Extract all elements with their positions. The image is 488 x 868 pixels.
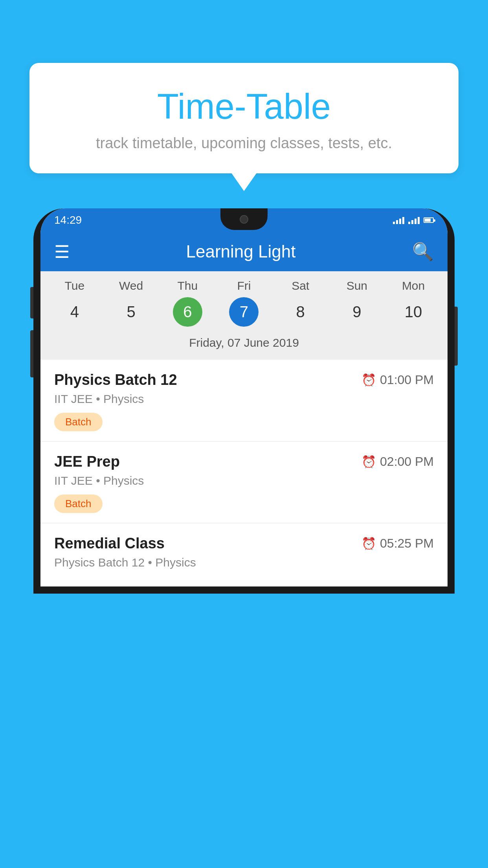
schedule-item-2-time: ⏰ 02:00 PM — [361, 454, 434, 469]
app-subtitle: track timetable, upcoming classes, tests… — [49, 135, 439, 152]
batch-badge-2: Batch — [54, 495, 103, 513]
day-num-mon: 10 — [399, 297, 428, 327]
schedule-item-3[interactable]: Remedial Class ⏰ 05:25 PM Physics Batch … — [40, 523, 448, 587]
status-icons — [393, 216, 434, 224]
day-thu[interactable]: Thu 6 — [162, 279, 213, 327]
day-mon[interactable]: Mon 10 — [388, 279, 439, 327]
schedule-item-2-subtitle: IIT JEE • Physics — [54, 474, 434, 487]
phone-mockup: 14:29 — [33, 208, 455, 868]
status-bar: 14:29 — [40, 208, 448, 232]
day-num-wed: 5 — [116, 297, 146, 327]
schedule-item-3-title: Remedial Class — [54, 535, 165, 552]
day-name-fri: Fri — [237, 279, 251, 292]
schedule-item-2[interactable]: JEE Prep ⏰ 02:00 PM IIT JEE • Physics Ba… — [40, 441, 448, 523]
day-wed[interactable]: Wed 5 — [106, 279, 157, 327]
day-sat[interactable]: Sat 8 — [275, 279, 326, 327]
schedule-item-2-title: JEE Prep — [54, 453, 120, 470]
phone-screen: 14:29 — [40, 208, 448, 587]
day-tue[interactable]: Tue 4 — [49, 279, 100, 327]
phone-side-button-3 — [455, 307, 458, 366]
day-name-mon: Mon — [402, 279, 425, 292]
phone-side-button-1 — [30, 287, 33, 318]
schedule-item-1-title: Physics Batch 12 — [54, 371, 177, 388]
speech-bubble: Time-Table track timetable, upcoming cla… — [29, 63, 459, 173]
day-name-sun: Sun — [347, 279, 367, 292]
day-sun[interactable]: Sun 9 — [331, 279, 382, 327]
front-camera — [240, 215, 248, 224]
schedule-item-1-header: Physics Batch 12 ⏰ 01:00 PM — [54, 371, 434, 388]
day-num-thu: 6 — [173, 297, 202, 327]
schedule-item-1-time: ⏰ 01:00 PM — [361, 373, 434, 387]
app-title: Time-Table — [49, 86, 439, 127]
schedule-item-1-subtitle: IIT JEE • Physics — [54, 392, 434, 406]
batch-badge-1: Batch — [54, 413, 103, 431]
phone-side-button-2 — [30, 330, 33, 377]
mobile-signal-icon — [408, 216, 420, 224]
schedule-item-3-subtitle: Physics Batch 12 • Physics — [54, 556, 434, 569]
phone-frame: 14:29 — [33, 208, 455, 594]
day-name-thu: Thu — [177, 279, 198, 292]
speech-bubble-container: Time-Table track timetable, upcoming cla… — [29, 63, 459, 173]
day-num-sun: 9 — [342, 297, 372, 327]
hamburger-menu-icon[interactable]: ☰ — [54, 242, 70, 262]
clock-icon-2: ⏰ — [361, 455, 376, 469]
schedule-item-1[interactable]: Physics Batch 12 ⏰ 01:00 PM IIT JEE • Ph… — [40, 360, 448, 441]
schedule-item-2-header: JEE Prep ⏰ 02:00 PM — [54, 453, 434, 470]
selected-date-label: Friday, 07 June 2019 — [40, 331, 448, 356]
phone-notch — [220, 208, 268, 230]
schedule-list: Physics Batch 12 ⏰ 01:00 PM IIT JEE • Ph… — [40, 360, 448, 587]
day-name-sat: Sat — [292, 279, 309, 292]
schedule-item-3-time: ⏰ 05:25 PM — [361, 536, 434, 551]
status-time: 14:29 — [54, 214, 82, 226]
battery-icon — [424, 217, 434, 223]
app-bar: ☰ Learning Light 🔍 — [40, 232, 448, 271]
day-name-tue: Tue — [65, 279, 85, 292]
days-row: Tue 4 Wed 5 Thu 6 Fri 7 — [40, 279, 448, 327]
clock-icon-1: ⏰ — [361, 373, 376, 387]
app-bar-title: Learning Light — [186, 242, 296, 261]
clock-icon-3: ⏰ — [361, 537, 376, 550]
day-name-wed: Wed — [119, 279, 143, 292]
day-fri[interactable]: Fri 7 — [218, 279, 270, 327]
day-num-sat: 8 — [286, 297, 315, 327]
day-num-fri: 7 — [229, 297, 259, 327]
day-num-tue: 4 — [60, 297, 89, 327]
calendar-strip: Tue 4 Wed 5 Thu 6 Fri 7 — [40, 271, 448, 360]
schedule-item-3-header: Remedial Class ⏰ 05:25 PM — [54, 535, 434, 552]
signal-icon — [393, 216, 404, 224]
search-icon[interactable]: 🔍 — [412, 241, 434, 262]
